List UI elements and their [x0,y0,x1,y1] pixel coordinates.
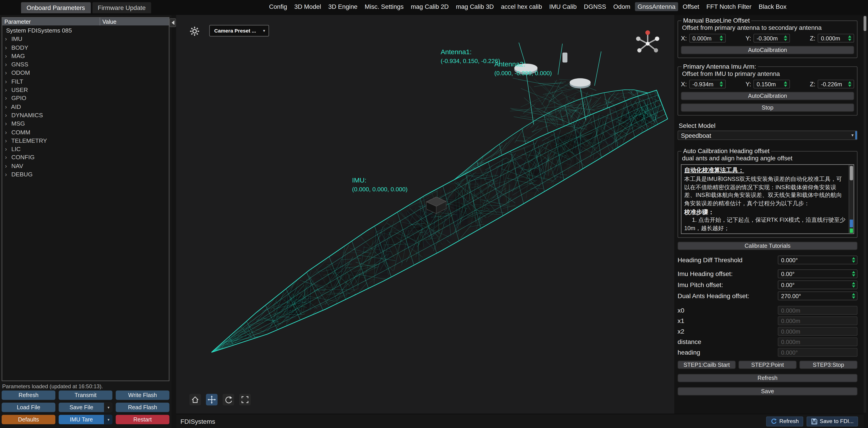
imu-tare-button[interactable]: IMU Tare [59,415,104,424]
tab-onboard-parameters[interactable]: Onboard Parameters [21,2,90,13]
calibrate-tutorials-button[interactable]: Calibrate Tutorials [678,242,858,250]
viewport-settings-button[interactable] [189,26,200,37]
doc-scrollbar-thumb-blue[interactable] [850,220,853,227]
step2-point-button[interactable]: STEP2:Point [739,361,797,369]
imu-tare-dropdown-caret[interactable] [104,415,112,424]
orientation-gizmo[interactable] [632,27,663,58]
step3-stop-button[interactable]: STEP3:Stop [799,361,857,369]
tree-item[interactable]: FILT [2,77,169,86]
camera-preset-dropdown[interactable]: Camera Preset ... [209,25,269,36]
tree-item[interactable]: GPIO [2,94,169,103]
transmit-button[interactable]: Transmit [59,391,113,400]
nav-tab[interactable]: IMU Calib [546,2,579,11]
nav-tab[interactable]: FFT Notch Filter [704,2,754,11]
spin-up-arrow[interactable] [852,282,855,284]
spin-up-arrow[interactable] [784,81,787,84]
refresh-parameters-button[interactable]: Refresh [2,391,55,400]
home-view-button[interactable] [189,394,201,405]
nav-tab[interactable]: Config [266,2,290,11]
nav-tab[interactable]: Black Box [756,2,789,11]
spin-down-arrow[interactable] [852,286,855,288]
model-select[interactable]: Speedboat [678,131,858,140]
nav-tab[interactable]: GnssAntenna [635,2,678,11]
tree-item[interactable]: DYNAMICS [2,111,169,120]
nav-tab[interactable]: mag Calib 3D [453,2,497,11]
tree-item[interactable]: IMU [2,35,169,43]
nav-tab[interactable]: DGNSS [581,2,609,11]
spin-up-arrow[interactable] [720,35,723,38]
distance-input[interactable] [778,338,857,345]
heading-input[interactable] [778,349,857,356]
rotate-tool-button[interactable] [222,394,234,405]
nav-tab[interactable]: mag Calib 2D [408,2,452,11]
collapse-left-panel-button[interactable] [169,18,176,27]
panel-refresh-button[interactable]: Refresh [678,374,858,383]
step1-calib-start-button[interactable]: STEP1:Cailb Start [678,361,736,369]
x0-input[interactable] [778,306,857,314]
spin-down-arrow[interactable] [852,274,855,277]
heading-diff-input[interactable] [778,256,857,264]
write-flash-button[interactable]: Write Flash [116,391,169,400]
fullscreen-button[interactable] [239,394,251,405]
tree-item[interactable]: NAV [2,162,169,170]
tree-item[interactable]: USER [2,86,169,94]
spin-down-arrow[interactable] [852,297,855,299]
restart-button[interactable]: Restart [116,415,169,424]
tree-item[interactable]: CONFIG [2,153,169,162]
panel-scrollbar-thumb[interactable] [864,16,866,31]
tree-item[interactable]: TELEMETRY [2,137,169,145]
save-file-dropdown-caret[interactable] [104,403,112,412]
panel-save-button[interactable]: Save [678,387,858,395]
doc-scrollbar[interactable] [848,165,854,234]
spin-down-arrow[interactable] [720,85,723,87]
save-to-fdi-button[interactable]: Save to FDI... [807,416,858,426]
spin-down-arrow[interactable] [784,39,787,41]
viewport-canvas[interactable]: Antenna1: (-0.934, 0.150, -0.226) Antenn… [176,15,674,414]
spin-up-arrow[interactable] [852,257,855,260]
tree-root-item[interactable]: System FDISystems 085 [2,27,169,35]
tree-item[interactable]: GNSS [2,60,169,69]
x1-input[interactable] [778,317,857,325]
nav-tab[interactable]: Misc. Settings [362,2,406,11]
spin-down-arrow[interactable] [852,260,855,263]
load-file-button[interactable]: Load File [2,403,55,412]
imu-heading-input[interactable] [778,270,857,277]
calibration-doc-textbox[interactable]: 自动化校准算法工具： 本工具是IMU和GNSS双天线安装角误差的自动化校准工具，… [681,164,854,234]
pan-tool-button[interactable] [206,394,217,405]
nav-tab[interactable]: Odom [611,2,633,11]
statusbar-refresh-button[interactable]: Refresh [766,416,803,426]
dual-ants-input[interactable] [778,292,857,300]
spin-up-arrow[interactable] [848,81,852,84]
nav-tab[interactable]: 3D Engine [326,2,360,11]
read-flash-button[interactable]: Read Flash [116,403,169,412]
save-file-button[interactable]: Save File [59,403,104,412]
nav-tab[interactable]: accel hex calib [498,2,545,11]
nav-tab[interactable]: 3D Model [291,2,324,11]
doc-scrollbar-thumb[interactable] [850,166,853,180]
tree-item[interactable]: LIC [2,145,169,153]
x2-input[interactable] [778,328,857,335]
tree-item[interactable]: BODY [2,43,169,52]
tree-item[interactable]: MSG [2,120,169,128]
spin-down-arrow[interactable] [848,39,852,41]
tree-item[interactable]: DEBUG [2,170,169,179]
panel-scrollbar[interactable] [864,15,866,413]
tree-item[interactable]: MAG [2,52,169,60]
spin-up-arrow[interactable] [852,271,855,273]
spin-up-arrow[interactable] [848,35,852,38]
spin-down-arrow[interactable] [784,85,787,87]
nav-tab[interactable]: Offset [680,2,702,11]
arm-autocalibration-button[interactable]: AutoCailbration [681,92,854,100]
defaults-button[interactable]: Defaults [2,415,55,424]
tree-item[interactable]: AID [2,103,169,111]
spin-up-arrow[interactable] [784,35,787,38]
imu-pitch-input[interactable] [778,281,857,289]
spin-up-arrow[interactable] [852,293,855,295]
spin-down-arrow[interactable] [720,39,723,41]
spin-up-arrow[interactable] [720,81,723,84]
baseline-autocalibration-button[interactable]: AutoCailbration [681,46,854,54]
tree-item[interactable]: COMM [2,128,169,136]
spin-down-arrow[interactable] [848,85,852,87]
arm-stop-button[interactable]: Stop [681,103,854,112]
tab-firmware-update[interactable]: Firmware Update [92,2,151,13]
